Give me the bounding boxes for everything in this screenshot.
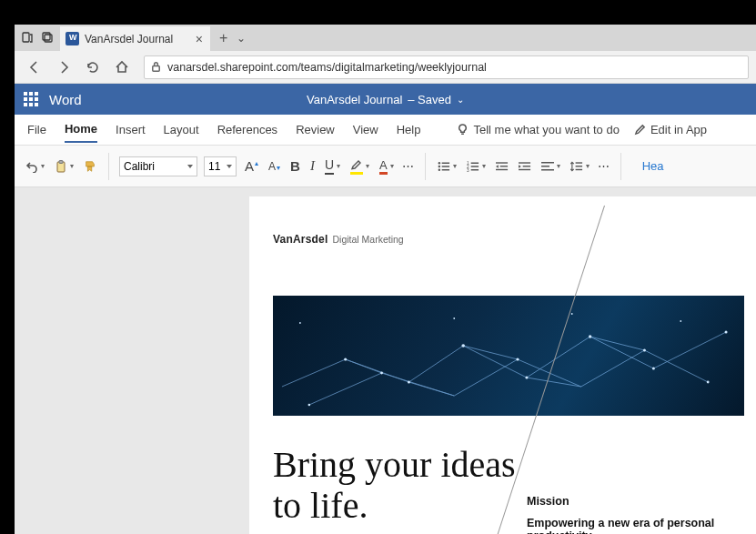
tell-me-label: Tell me what you want to do (473, 123, 619, 136)
document-page[interactable]: VanArsdel Digital Marketing (249, 196, 756, 534)
paste-button[interactable]: ▾ (53, 157, 76, 176)
tab-actions-chevron-icon[interactable]: ⌄ (237, 33, 246, 44)
edit-in-app-button[interactable]: Edit in App (634, 123, 707, 136)
pencil-icon (634, 124, 646, 136)
font-name-select[interactable] (119, 156, 197, 176)
document-headline[interactable]: Bring your ideas to life. (273, 445, 519, 527)
svg-point-31 (408, 381, 410, 384)
svg-rect-26 (541, 169, 554, 171)
brand-header: VanArsdel Digital Marketing (273, 233, 744, 246)
number-list-button[interactable]: 123 ▾ (465, 157, 488, 176)
home-button[interactable] (109, 55, 135, 80)
tab-file[interactable]: File (27, 117, 46, 142)
set-aside-tabs-icon[interactable] (22, 30, 33, 46)
font-name-value[interactable] (119, 156, 197, 176)
svg-point-37 (516, 358, 519, 360)
svg-rect-7 (441, 162, 449, 163)
svg-rect-0 (23, 33, 29, 42)
tab-layout[interactable]: Layout (164, 117, 199, 142)
svg-point-34 (589, 335, 591, 338)
document-canvas[interactable]: VanArsdel Digital Marketing (15, 187, 756, 534)
svg-point-30 (344, 358, 347, 360)
new-tab-icon[interactable]: + (219, 31, 227, 45)
tab-review[interactable]: Review (296, 117, 335, 142)
svg-point-32 (461, 344, 465, 348)
svg-rect-15 (470, 166, 478, 166)
shrink-font-button[interactable]: A▾ (267, 157, 282, 176)
styles-button[interactable]: Hea (631, 159, 664, 173)
font-size-value[interactable] (204, 156, 237, 176)
tab-home[interactable]: Home (65, 116, 97, 143)
lightbulb-icon (457, 124, 469, 136)
mission-heading: Mission (527, 495, 754, 508)
tab-insert[interactable]: Insert (116, 117, 146, 142)
svg-rect-1 (45, 35, 52, 42)
bold-button[interactable]: B (288, 156, 302, 176)
close-tab-icon[interactable]: × (196, 33, 203, 45)
chevron-down-icon: ⌄ (457, 95, 464, 105)
forward-button[interactable] (51, 55, 76, 80)
bullet-list-button[interactable]: ▾ (436, 157, 459, 176)
svg-rect-21 (519, 162, 530, 163)
save-status: – Saved (408, 93, 451, 106)
svg-point-43 (453, 317, 455, 319)
app-launcher-icon[interactable] (24, 92, 38, 106)
tab-help[interactable]: Help (397, 117, 421, 142)
mission-column[interactable]: Mission Empowering a new era of personal… (527, 495, 754, 534)
decrease-indent-button[interactable] (494, 157, 510, 176)
app-name: Word (49, 92, 82, 107)
svg-rect-27 (575, 162, 581, 163)
browser-tab[interactable]: VanArsdel Journal × (60, 26, 210, 51)
more-font-options-icon[interactable]: ⋯ (402, 159, 415, 173)
svg-rect-18 (496, 162, 508, 163)
mission-subheading: Empowering a new era of personal product… (527, 517, 754, 534)
svg-point-35 (652, 368, 655, 370)
word-menu-tabs: File Home Insert Layout References Revie… (15, 115, 756, 146)
back-button[interactable] (22, 55, 47, 80)
document-name: VanArsdel Journal (307, 93, 402, 106)
svg-rect-25 (541, 166, 549, 167)
svg-point-6 (438, 162, 439, 164)
grow-font-button[interactable]: A▴ (243, 156, 260, 176)
svg-point-40 (707, 381, 710, 384)
svg-rect-2 (43, 33, 50, 40)
svg-point-39 (308, 404, 311, 407)
format-painter-button[interactable] (82, 157, 98, 176)
tell-me-button[interactable]: Tell me what you want to do (457, 123, 619, 136)
underline-button[interactable]: U▾ (323, 155, 342, 177)
browser-address-bar: vanarsdel.sharepoint.com/teams/digitalma… (15, 51, 756, 84)
lock-icon (150, 61, 162, 73)
tab-title: VanArsdel Journal (85, 33, 173, 45)
italic-button[interactable]: I (308, 156, 317, 176)
tab-references[interactable]: References (217, 117, 277, 142)
word-ribbon: ▾ ▾ A▴ A▾ B I U (15, 146, 756, 187)
svg-rect-19 (499, 166, 507, 166)
svg-point-44 (571, 313, 573, 315)
font-color-button[interactable]: A ▾ (378, 156, 396, 177)
svg-point-10 (438, 168, 439, 170)
refresh-button[interactable] (80, 55, 106, 80)
svg-point-8 (438, 165, 439, 166)
brand-name: VanArsdel (273, 233, 328, 246)
svg-rect-9 (441, 166, 449, 166)
tab-view[interactable]: View (353, 117, 378, 142)
line-spacing-button[interactable]: ▾ (569, 157, 591, 176)
svg-rect-29 (575, 168, 581, 169)
svg-rect-24 (541, 162, 554, 164)
svg-point-38 (643, 349, 646, 352)
svg-rect-23 (519, 168, 530, 169)
document-title-button[interactable]: VanArsdel Journal – Saved ⌄ (307, 93, 464, 106)
highlight-button[interactable]: ▾ (348, 155, 371, 177)
word-title-bar: Word VanArsdel Journal – Saved ⌄ (15, 84, 756, 115)
increase-indent-button[interactable] (517, 157, 533, 176)
svg-rect-11 (441, 168, 449, 169)
align-button[interactable]: ▾ (539, 157, 562, 176)
url-text: vanarsdel.sharepoint.com/teams/digitalma… (167, 61, 487, 74)
font-size-select[interactable] (204, 156, 237, 176)
svg-point-33 (525, 377, 528, 379)
more-para-options-icon[interactable]: ⋯ (598, 159, 610, 173)
url-field[interactable]: vanarsdel.sharepoint.com/teams/digitalma… (144, 55, 749, 79)
undo-button[interactable]: ▾ (24, 157, 46, 176)
svg-point-36 (380, 372, 383, 375)
show-tabs-icon[interactable] (42, 30, 53, 46)
